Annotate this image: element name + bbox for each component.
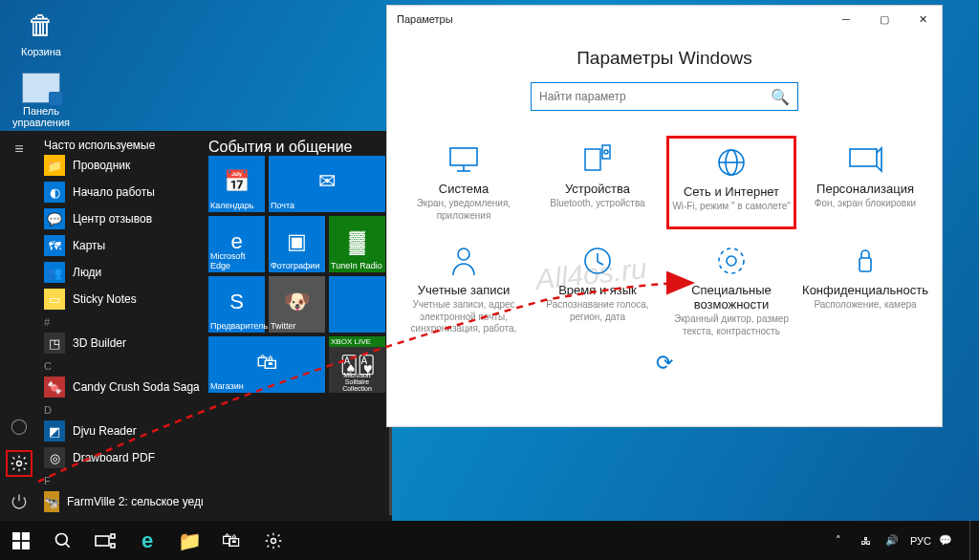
- titlebar[interactable]: Параметры ─ ▢ ✕: [387, 6, 942, 32]
- tray-volume-icon[interactable]: 🔊: [883, 534, 901, 547]
- group-f[interactable]: F: [44, 471, 201, 488]
- start-app-list: Часто используемые 📁Проводник◐Начало раб…: [38, 131, 203, 521]
- minimize-button[interactable]: ─: [827, 6, 865, 32]
- app-icon: ◳: [44, 333, 65, 354]
- app-icon: 👥: [44, 262, 65, 283]
- tile[interactable]: 📅Календарь: [208, 156, 265, 212]
- tile-store[interactable]: 🛍 Магазин: [208, 336, 325, 393]
- svg-rect-20: [12, 541, 20, 549]
- taskbar-explorer[interactable]: 📁: [168, 521, 210, 560]
- app-item[interactable]: 🗺Карты: [44, 232, 201, 259]
- app-item[interactable]: ▭Sticky Notes: [44, 286, 201, 312]
- tray-notifications-icon[interactable]: 💬: [937, 534, 954, 547]
- settings-category-4[interactable]: Учетные записи Учетные записи, адрес эле…: [399, 237, 529, 345]
- show-desktop[interactable]: [969, 521, 975, 560]
- tile-icon: e: [230, 229, 242, 254]
- tile[interactable]: ✉Почта: [269, 156, 385, 212]
- app-item[interactable]: ◐Начало работы: [44, 179, 201, 205]
- app-icon: ▭: [44, 289, 65, 310]
- search-icon: 🔍: [771, 88, 790, 106]
- settings-category-5[interactable]: Время и язык Распознавание голоса, регио…: [533, 237, 663, 345]
- settings-category-6[interactable]: Специальные возможности Экранный диктор,…: [666, 237, 796, 345]
- category-name: Сеть и Интернет: [671, 184, 792, 199]
- app-item[interactable]: 💬Центр отзывов: [44, 205, 201, 232]
- settings-category-2[interactable]: Сеть и Интернет Wi-Fi, режим " в самолет…: [666, 136, 796, 229]
- settings-category-1[interactable]: Устройства Bluetooth, устройства: [533, 136, 663, 229]
- search-icon[interactable]: [42, 521, 84, 560]
- category-icon: [401, 141, 527, 178]
- power-icon[interactable]: [6, 488, 33, 515]
- tile-solitaire[interactable]: XBOX LIVE 🂡🂱 Microsoft Solitaire Collect…: [329, 336, 385, 393]
- app-item[interactable]: ◳3D Builder: [44, 330, 201, 356]
- svg-point-22: [56, 533, 68, 545]
- tile[interactable]: [329, 276, 385, 333]
- hamburger-icon[interactable]: ≡: [14, 140, 23, 158]
- taskbar-settings[interactable]: [252, 521, 294, 560]
- group-d[interactable]: D: [44, 400, 201, 418]
- close-button[interactable]: ✕: [903, 6, 942, 32]
- desktop-icon-control-panel[interactable]: Панель управления: [8, 73, 75, 128]
- tile[interactable]: ▓TuneIn Radio: [329, 216, 385, 272]
- category-icon: [802, 141, 928, 178]
- category-desc: Фон, экран блокировки: [802, 198, 928, 210]
- task-view-icon[interactable]: [84, 521, 126, 560]
- tile-label: Фотографии: [271, 261, 323, 270]
- trash-icon: 🗑: [22, 6, 60, 44]
- taskbar-edge[interactable]: e: [126, 521, 168, 560]
- category-name: Специальные возможности: [668, 283, 794, 312]
- start-menu: ≡ ◯ Часто используемые 📁Проводник◐Начало…: [0, 131, 392, 521]
- tile[interactable]: ▣Фотографии: [269, 216, 325, 272]
- category-desc: Экранный диктор, размер текста, контраст…: [668, 313, 794, 337]
- app-item[interactable]: 🐄FarmVille 2: сельское уединение: [44, 488, 201, 515]
- tile[interactable]: SПредваритель...: [208, 276, 265, 333]
- category-desc: Bluetooth, устройства: [534, 198, 661, 210]
- start-button[interactable]: [0, 521, 42, 560]
- app-item[interactable]: 👥Люди: [44, 259, 201, 286]
- svg-point-6: [604, 150, 608, 154]
- svg-rect-1: [450, 148, 477, 165]
- category-name: Учетные записи: [401, 283, 527, 297]
- taskbar-store[interactable]: 🛍: [210, 521, 252, 560]
- category-icon: [534, 243, 661, 279]
- svg-line-14: [598, 262, 603, 265]
- app-item[interactable]: ◩Djvu Reader: [44, 418, 201, 444]
- category-desc: Распознавание голоса, регион, дата: [534, 299, 661, 323]
- maximize-button[interactable]: ▢: [865, 6, 903, 32]
- update-icon[interactable]: ⟳: [387, 351, 942, 376]
- app-label: Candy Crush Soda Saga: [73, 380, 200, 394]
- settings-search[interactable]: 🔍: [531, 82, 798, 111]
- search-input[interactable]: [539, 90, 771, 103]
- tray-network-icon[interactable]: 🖧: [857, 535, 874, 547]
- app-item[interactable]: 🍬Candy Crush Soda Saga: [44, 374, 201, 400]
- category-icon: [401, 243, 527, 279]
- taskbar: e 📁 🛍 ˄ 🖧 🔊 РУС 💬: [0, 521, 979, 560]
- category-icon: [802, 243, 928, 279]
- tile-label: Магазин: [210, 381, 323, 391]
- settings-category-3[interactable]: Персонализация Фон, экран блокировки: [800, 136, 930, 229]
- app-icon: ◩: [44, 420, 65, 442]
- app-icon: 🗺: [44, 235, 65, 256]
- app-item[interactable]: 📁Проводник: [44, 152, 201, 179]
- store-icon: 🛍: [256, 350, 277, 375]
- tile-label: Microsoft Solitaire Collection: [331, 372, 383, 392]
- tray-chevron-icon[interactable]: ˄: [830, 534, 847, 547]
- user-icon[interactable]: ◯: [6, 412, 33, 439]
- group-c[interactable]: C: [44, 356, 201, 374]
- app-item[interactable]: ◎Drawboard PDF: [44, 444, 201, 471]
- category-desc: Wi-Fi, режим " в самолете": [671, 201, 792, 213]
- app-label: Sticky Notes: [73, 292, 137, 306]
- settings-category-0[interactable]: Система Экран, уведомления, приложения: [399, 136, 529, 229]
- settings-heading: Параметры Windows: [387, 48, 942, 69]
- app-label: Карты: [73, 239, 105, 252]
- category-icon: [534, 141, 661, 178]
- tile-icon: 📅: [224, 169, 250, 194]
- group-hash[interactable]: #: [44, 312, 201, 330]
- tile[interactable]: eMicrosoft Edge: [208, 216, 265, 272]
- window-title: Параметры: [397, 13, 453, 25]
- settings-icon[interactable]: [6, 450, 33, 477]
- desktop-icon-trash[interactable]: 🗑 Корзина: [8, 6, 75, 57]
- category-icon: [671, 144, 792, 181]
- settings-category-7[interactable]: Конфиденциальность Расположение, камера: [800, 237, 930, 345]
- tray-lang[interactable]: РУС: [910, 535, 927, 547]
- tile[interactable]: 🐶Twitter: [269, 276, 325, 333]
